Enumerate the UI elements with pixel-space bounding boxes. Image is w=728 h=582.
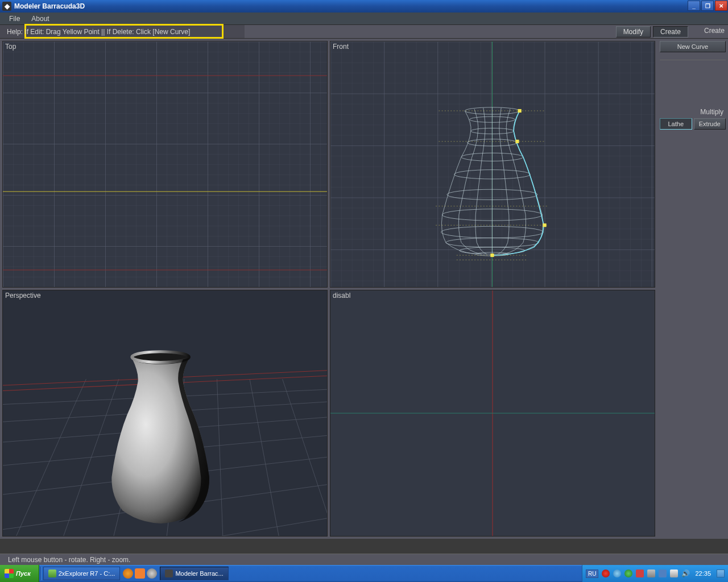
viewport-disabled-label: disabl <box>333 292 350 300</box>
viewports: Top Front <box>0 39 657 539</box>
clock[interactable]: 22:35 <box>695 570 711 577</box>
tray-icon-2[interactable] <box>624 569 632 577</box>
quicklaunch-icon-1[interactable] <box>135 568 145 579</box>
mode-label: Create <box>704 27 725 35</box>
language-indicator[interactable]: RU <box>586 569 598 578</box>
taskbar-task-0[interactable]: 2xExplorer R7 - C:... <box>43 567 121 580</box>
titlebar: ◆ Modeler Barracuda3D _ ❐ ✕ <box>0 0 728 13</box>
modify-button[interactable]: Modify <box>616 26 651 38</box>
svg-rect-1 <box>3 41 327 287</box>
menu-about[interactable]: About <box>26 13 55 24</box>
quicklaunch-icon-0[interactable] <box>123 568 133 579</box>
extrude-button[interactable]: Extrude <box>694 118 726 130</box>
taskbar-task-1[interactable]: Modeler Barrac... <box>160 567 228 580</box>
viewport-front-label: Front <box>333 43 349 51</box>
help-label: Help: <box>7 28 23 36</box>
tray-icon-1[interactable] <box>613 569 621 577</box>
show-desktop-button[interactable] <box>717 569 725 577</box>
disabled-grid <box>330 290 655 536</box>
tray-icon-5[interactable] <box>659 569 667 577</box>
start-button[interactable]: Пуск <box>0 565 39 582</box>
task-1-label: Modeler Barrac... <box>175 570 223 577</box>
main-area: Top Front <box>0 39 728 539</box>
create-button[interactable]: Create <box>653 26 688 38</box>
tray-icon-6[interactable] <box>670 569 678 577</box>
tray-icon-0[interactable] <box>602 569 610 577</box>
app-icon: ◆ <box>2 2 11 11</box>
multiply-label: Multiply <box>660 108 726 116</box>
minimize-button[interactable]: _ <box>688 1 700 11</box>
windows-flag-icon <box>5 569 14 578</box>
menu-file[interactable]: File <box>3 13 26 24</box>
perspective-scene <box>3 290 327 536</box>
new-curve-button[interactable]: New Curve <box>660 41 726 52</box>
front-grid <box>330 41 655 287</box>
system-tray: RU 🔊 22:35 <box>582 565 728 582</box>
window-title: Modeler Barracuda3D <box>14 2 687 10</box>
viewport-top[interactable]: Top <box>2 41 328 288</box>
status-text: Left mouse button - rotate. Right - zoom… <box>8 556 130 564</box>
top-grid <box>3 41 327 287</box>
maximize-button[interactable]: ❐ <box>701 1 714 11</box>
viewport-front[interactable]: Front <box>330 41 655 288</box>
tray-icon-4[interactable] <box>647 569 655 577</box>
lathe-button[interactable]: Lathe <box>660 118 692 130</box>
modeler-icon <box>165 569 173 577</box>
tray-icon-3[interactable] <box>636 569 644 577</box>
right-panel: New Curve Multiply Lathe Extrude <box>657 39 728 539</box>
start-label: Пуск <box>16 570 31 577</box>
menubar: File About <box>0 13 728 25</box>
helpbar: Help: If Edit: Drag Yellow Point || If D… <box>0 25 728 39</box>
taskbar: Пуск 2xExplorer R7 - C:... Modeler Barra… <box>0 565 728 582</box>
viewport-disabled[interactable]: disabl <box>330 290 655 537</box>
close-button[interactable]: ✕ <box>715 1 727 11</box>
task-0-label: 2xExplorer R7 - C:... <box>59 570 115 577</box>
viewport-perspective-label: Perspective <box>5 292 41 300</box>
viewport-perspective[interactable]: Perspective <box>2 290 328 537</box>
explorer-icon <box>48 569 56 577</box>
status-bar: Left mouse button - rotate. Right - zoom… <box>0 554 728 565</box>
svg-rect-21 <box>515 140 519 143</box>
viewport-top-label: Top <box>5 43 16 51</box>
help-text: If Edit: Drag Yellow Point || If Delete:… <box>24 28 190 36</box>
volume-icon[interactable]: 🔊 <box>681 569 689 577</box>
quicklaunch-icon-2[interactable] <box>147 568 157 579</box>
